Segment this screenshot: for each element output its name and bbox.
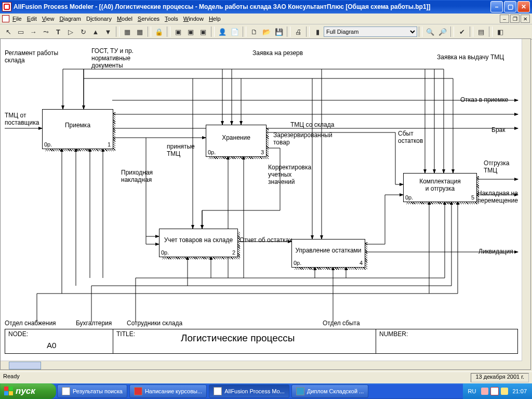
diagram-footer: NODE: A0 TITLE: Логистические процессы N… <box>5 329 518 354</box>
task-allfusion[interactable]: AllFusion Process Mo... <box>209 384 289 398</box>
label-sbyt-ost: Сбыт остатков <box>398 130 423 144</box>
task-label: Результаты поиска <box>73 388 123 394</box>
mdi-restore[interactable]: ❐ <box>510 15 520 23</box>
scrollbar-vertical[interactable] <box>522 39 530 361</box>
tool-obj3[interactable]: ▣ <box>197 26 209 37</box>
app-icon <box>214 387 222 395</box>
menu-tools[interactable]: Tools <box>165 16 178 22</box>
footer-node-label: NODE: <box>8 330 28 338</box>
close-button[interactable]: ✕ <box>517 1 530 12</box>
tool-flag[interactable]: ▮ <box>312 26 323 37</box>
start-button[interactable]: пуск <box>0 383 56 399</box>
menu-view[interactable]: View <box>42 16 55 22</box>
tool-lock[interactable]: 🔒 <box>153 26 165 37</box>
tool-goto[interactable]: ▷ <box>65 26 76 37</box>
tray-clock[interactable]: 21:07 <box>512 388 527 394</box>
tool-squiggle[interactable]: ⤳ <box>40 26 51 37</box>
mdi-close[interactable]: ✕ <box>521 15 530 23</box>
activity-upravlenie[interactable]: Управление остатками 0р. 4 <box>291 239 365 268</box>
label-sotrudniki: Сотрудники склада <box>127 320 182 327</box>
activity-uchet[interactable]: Учет товаров на складе 0р. 2 <box>159 229 238 257</box>
tool-arrow[interactable]: → <box>28 26 39 37</box>
tool-open[interactable]: 📂 <box>261 26 272 37</box>
activity-priemka[interactable]: Приемка 0р. 1 <box>42 109 113 149</box>
menu-model[interactable]: Model <box>117 16 132 22</box>
activity-cost: 0р. <box>294 260 301 266</box>
minimize-button[interactable]: – <box>490 1 503 12</box>
toolbar: ↖ ▭ → ⤳ T ▷ ↻ ▲ ▼ ▦ ▦ 🔒 ▣ ▣ ▣ 👤 📄 🗋 📂 💾 … <box>0 24 532 39</box>
tray-icon-1[interactable] <box>481 388 488 395</box>
diagram-canvas[interactable]: Приемка 0р. 1 Хранение 0р. 3 Учет товаро… <box>1 39 522 361</box>
tool-refresh[interactable]: ↻ <box>77 26 89 37</box>
task-results[interactable]: Результаты поиска <box>57 384 127 398</box>
tool-print[interactable]: 🖨 <box>292 26 304 37</box>
windows-flag-icon <box>4 387 14 396</box>
system-tray[interactable]: RU 21:07 <box>463 383 532 399</box>
label-zayavka-vydacha: Заявка на выдачу ТМЦ <box>437 54 504 61</box>
label-brak: Брак <box>491 126 505 134</box>
tool-modelmart[interactable]: ◧ <box>495 26 506 37</box>
activity-title: Хранение <box>206 134 266 141</box>
menu-edit[interactable]: Edit <box>27 16 37 22</box>
tool-spell[interactable]: ✔ <box>456 26 468 37</box>
tray-icon-2[interactable] <box>490 387 499 395</box>
menu-help[interactable]: Help <box>209 16 221 22</box>
label-korrekt: Корректировка учетных значений <box>268 164 311 185</box>
footer-number-label: NUMBER: <box>379 330 408 338</box>
menu-window[interactable]: Window <box>183 16 204 22</box>
zoom-select[interactable]: Full Diagram <box>324 26 417 37</box>
task-label: Диплом Складской ... <box>307 388 364 394</box>
label-prinyatye: принятые ТМЦ <box>167 143 195 157</box>
label-otdel-snab: Отдел снабжения <box>5 320 56 327</box>
activity-number: 4 <box>360 260 363 266</box>
tray-lang[interactable]: RU <box>468 388 476 394</box>
footer-node-value: A0 <box>47 341 56 350</box>
menu-file[interactable]: File <box>12 16 22 22</box>
tool-text[interactable]: T <box>52 26 64 37</box>
tool-down[interactable]: ▼ <box>102 26 114 37</box>
activity-title: Учет товаров на складе <box>159 236 237 244</box>
tool-pointer[interactable]: ↖ <box>3 26 14 37</box>
label-otkaz: Отказ в приемке <box>460 96 508 103</box>
tool-person[interactable]: 👤 <box>217 26 228 37</box>
activity-number: 3 <box>261 149 264 155</box>
label-tmc-postav: ТМЦ от поставщика <box>5 112 39 126</box>
maximize-button[interactable]: ▢ <box>504 1 516 12</box>
activity-title: Управление остатками <box>292 247 365 254</box>
activity-number: 2 <box>232 249 235 256</box>
task-opera[interactable]: Написание курсовы... <box>129 384 207 398</box>
task-word[interactable]: Диплом Складской ... <box>291 384 369 398</box>
tool-zoomout[interactable]: 🔍 <box>424 26 436 37</box>
tool-group1[interactable]: ▦ <box>122 26 133 37</box>
menu-services[interactable]: Services <box>138 16 159 22</box>
tool-tree[interactable]: ▤ <box>475 26 487 37</box>
label-buhgalt: Бухгалтерия <box>76 320 112 327</box>
doc-icon <box>2 15 9 22</box>
tool-obj1[interactable]: ▣ <box>172 26 184 37</box>
activity-cost: 0р. <box>208 149 216 155</box>
status-bar: Ready 13 декабря 2001 г. <box>0 371 532 383</box>
scrollbar-corner <box>522 361 530 369</box>
label-nakladnaya: Накладная на перемещение <box>477 190 518 204</box>
tool-save[interactable]: 💾 <box>273 26 285 37</box>
start-label: пуск <box>16 386 35 396</box>
activity-hranenie[interactable]: Хранение 0р. 3 <box>206 125 267 157</box>
label-gost: ГОСТ, ТУ и пр. нормативные документы <box>91 47 134 69</box>
mdi-minimize[interactable]: – <box>500 15 509 23</box>
activity-cost: 0р. <box>44 141 52 148</box>
tool-activity[interactable]: ▭ <box>15 26 26 37</box>
tool-obj2[interactable]: ▣ <box>185 26 196 37</box>
opera-icon <box>134 387 142 395</box>
tray-icon-3[interactable] <box>501 388 508 395</box>
scrollbar-horizontal[interactable] <box>1 361 522 369</box>
activity-komplekt[interactable]: Комплектация и отгрузка 0р. 5 <box>403 173 477 202</box>
tool-up[interactable]: ▲ <box>90 26 101 37</box>
menu-dictionary[interactable]: Dictionary <box>86 16 112 22</box>
tool-zoomin[interactable]: 🔎 <box>437 26 448 37</box>
tool-group2[interactable]: ▦ <box>134 26 145 37</box>
menu-diagram[interactable]: Diagram <box>59 16 81 22</box>
task-label: Написание курсовы... <box>145 388 202 394</box>
label-otgruzka: Отгрузка ТМЦ <box>484 159 509 174</box>
tool-report[interactable]: 📄 <box>229 26 241 37</box>
tool-new[interactable]: 🗋 <box>248 26 260 37</box>
